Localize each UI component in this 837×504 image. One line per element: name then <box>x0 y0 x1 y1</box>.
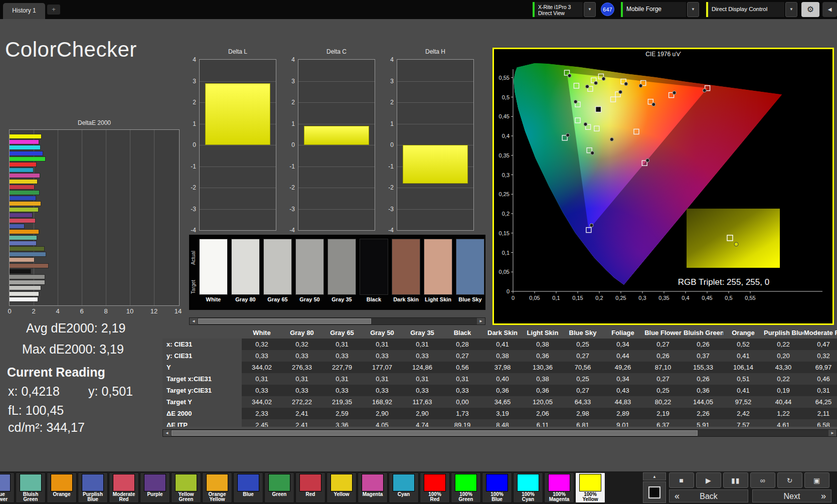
scroll-left-icon[interactable]: ◄ <box>190 318 198 324</box>
patch-label: Green <box>265 492 294 497</box>
patch-button-100-blue[interactable]: 100%Blue <box>482 472 512 503</box>
column-header: Blue Sky <box>563 326 603 339</box>
axis-tick-label: -3 <box>182 206 196 213</box>
table-cell: 0,31 <box>282 373 322 385</box>
color-chip <box>0 474 11 491</box>
gridline <box>200 188 276 188</box>
patch-button-blue[interactable]: Blue <box>233 472 263 503</box>
patch-label: BluishGreen <box>16 492 45 502</box>
table-cell: 0,33 <box>362 385 402 396</box>
table-scrollbar[interactable]: ◄► <box>162 429 837 437</box>
gridline <box>82 130 82 305</box>
patch-button-cyan[interactable]: Cyan <box>389 472 419 503</box>
table-cell: 0,32 <box>242 339 282 350</box>
chevron-down-icon[interactable]: ▼ <box>584 2 596 17</box>
de-bar-white <box>10 297 38 301</box>
display-control-dropdown[interactable]: Direct Display Control <box>706 2 784 17</box>
table-cell: 70,56 <box>563 362 603 373</box>
patch-button-purple[interactable]: Purple <box>140 472 170 503</box>
scroll-left-icon[interactable]: ◄ <box>163 430 171 436</box>
add-tab-button[interactable]: + <box>47 5 60 15</box>
table-cell: 0,46 <box>803 373 837 385</box>
delta-bar <box>205 83 270 145</box>
axis-tick-label: 1 <box>380 120 394 127</box>
history-tab[interactable]: History 1 <box>3 3 45 19</box>
source-dropdown[interactable]: Mobile Forge <box>621 2 686 17</box>
play-button[interactable]: ▶ <box>696 472 721 488</box>
gridline <box>58 130 58 305</box>
back-button[interactable]: « Back <box>669 489 748 502</box>
color-chip <box>51 474 73 491</box>
patch-label: Blue <box>234 492 263 497</box>
swatch-label: Gray 35 <box>327 296 356 302</box>
collapse-panel-button[interactable]: ◀ <box>822 2 837 17</box>
current-reading-x: x: 0,4218 <box>8 384 60 399</box>
de-bar-light-skin <box>10 258 34 262</box>
patch-button-orange[interactable]: Orange <box>47 472 77 503</box>
stop-button[interactable]: ■ <box>669 472 694 488</box>
fullscreen-patch-button[interactable] <box>643 481 666 503</box>
gear-icon: ⚙ <box>807 5 814 14</box>
scrollbar-thumb[interactable] <box>198 318 371 324</box>
patch-button-magenta[interactable]: Magenta <box>358 472 388 503</box>
patch-label: BlueFlower <box>0 492 14 502</box>
table-cell: 3,36 <box>322 419 362 427</box>
patch-button-100-green[interactable]: 100%Green <box>451 472 481 503</box>
svg-text:0,4: 0,4 <box>502 133 510 139</box>
table-cell: 0,36 <box>683 385 723 396</box>
chevron-down-icon[interactable]: ▼ <box>785 2 797 17</box>
table-cell: 9,01 <box>603 419 643 427</box>
next-button[interactable]: Next » <box>752 489 831 502</box>
gridline <box>200 81 276 82</box>
meter-dropdown[interactable]: X-Rite i1Pro 3 Direct View <box>533 2 583 17</box>
table-cell: 0,34 <box>603 373 643 385</box>
row-label: Y <box>162 362 242 373</box>
patch-button-100-cyan[interactable]: 100%Cyan <box>513 472 543 503</box>
patch-button-purplish-blue[interactable]: PurplishBlue <box>78 472 108 503</box>
svg-text:0,15: 0,15 <box>499 230 510 236</box>
swatch-scrollbar[interactable]: ◄► <box>189 317 485 325</box>
table-cell: 0,32 <box>282 339 322 350</box>
axis-tick-label: -1 <box>281 163 295 170</box>
patch-button-orange-yellow[interactable]: OrangeYellow <box>202 472 232 503</box>
patch-button-yellow-green[interactable]: YellowGreen <box>171 472 201 503</box>
axis-tick-label: -4 <box>380 227 394 234</box>
patch-button-100-yellow[interactable]: 100%Yellow <box>575 472 605 503</box>
table-cell: 0,19 <box>763 385 803 396</box>
table-cell: 106,14 <box>723 362 763 373</box>
gridline <box>397 124 473 124</box>
patch-button-red[interactable]: Red <box>295 472 325 503</box>
gridline <box>298 188 375 188</box>
table-cell: 0,38 <box>482 350 523 362</box>
patch-label: YellowGreen <box>172 492 201 502</box>
pause-button[interactable]: ▮▮ <box>723 472 748 488</box>
scroll-right-icon[interactable]: ► <box>828 430 836 436</box>
patch-button-blue-flower[interactable]: BlueFlower <box>0 472 15 503</box>
delta-bar <box>304 126 369 145</box>
table-cell: 0,33 <box>402 350 442 362</box>
table-cell: 130,36 <box>523 362 563 373</box>
scroll-right-icon[interactable]: ► <box>477 318 485 324</box>
patch-label: Cyan <box>389 492 418 497</box>
table-cell: 117,63 <box>402 396 442 408</box>
settings-button[interactable]: ⚙ <box>801 2 819 17</box>
refresh-button[interactable]: ↻ <box>777 472 802 488</box>
patch-button-100-magenta[interactable]: 100%Magenta <box>544 472 574 503</box>
capture-button[interactable]: ▣ <box>804 472 829 488</box>
patch-button-yellow[interactable]: Yellow <box>326 472 357 503</box>
patch-button-green[interactable]: Green <box>264 472 294 503</box>
patch-button-100-red[interactable]: 100%Red <box>420 472 450 503</box>
rgb-triplet-label: RGB Triplet: 255, 255, 0 <box>678 277 769 287</box>
patch-button-moderate-red[interactable]: ModerateRed <box>109 472 139 503</box>
chart-plot <box>298 59 375 231</box>
patch-label: 100%Yellow <box>576 492 605 502</box>
avg-de2000-value: Avg dE2000: 2,19 <box>26 321 125 335</box>
loop-button[interactable]: ∞ <box>750 472 775 488</box>
patch-scroll-up-button[interactable]: ▲ <box>643 472 666 480</box>
gridline <box>200 166 276 167</box>
chevron-down-icon[interactable]: ▼ <box>687 2 699 17</box>
scrollbar-thumb[interactable] <box>172 430 698 436</box>
patch-button-bluish-green[interactable]: BluishGreen <box>16 472 46 503</box>
row-label: ΔE ITP <box>162 419 242 427</box>
swatch-label: White <box>199 296 228 302</box>
